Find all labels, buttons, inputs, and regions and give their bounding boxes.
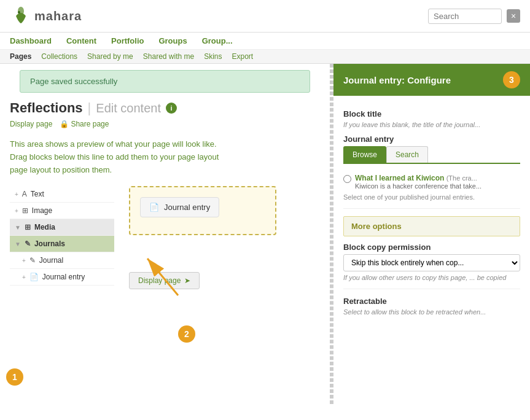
block-image-label: Image [32, 206, 52, 215]
left-panel: Page saved successfully Reflections | Ed… [0, 64, 332, 404]
blocks-sidebar: + A Text + ⊞ Image ▼ ⊞ Media ▼ ✎ Jou [10, 186, 114, 289]
lock-icon: 🔒 [60, 120, 69, 128]
nav-groups2[interactable]: Group... [202, 36, 233, 45]
block-area: + A Text + ⊞ Image ▼ ⊞ Media ▼ ✎ Jou [10, 186, 320, 289]
right-panel: Journal entry: Configure 3 Block title I… [332, 64, 530, 404]
journal-entry-title: What I learned at Kiwicon [355, 174, 444, 182]
block-copy-label: Block copy permission [343, 243, 520, 252]
page-title-row: Reflections | Edit content i [10, 100, 320, 116]
edit-content-label: Edit content [96, 101, 161, 115]
close-button[interactable]: × [507, 9, 520, 23]
subnav-shared-with-me[interactable]: Shared with me [143, 52, 194, 61]
block-journal-label: Journal [39, 256, 63, 265]
mahara-logo-icon [10, 5, 32, 27]
right-panel-header: Journal entry: Configure 3 [333, 64, 530, 96]
svg-line-3 [147, 259, 178, 295]
block-journal[interactable]: + ✎ Journal [10, 252, 114, 269]
block-journal-entry-label: Journal entry [42, 273, 85, 281]
orange-arrow [141, 252, 190, 301]
tab-search[interactable]: Search [386, 146, 428, 163]
share-page-link[interactable]: 🔒 Share page [60, 120, 109, 128]
tab-browse[interactable]: Browse [343, 146, 386, 163]
block-text-label: Text [31, 190, 44, 198]
step-badge-2: 2 [178, 325, 195, 343]
subnav-skins[interactable]: Skins [204, 52, 222, 61]
step-badge-3: 3 [503, 71, 520, 88]
title-separator: | [88, 100, 92, 116]
block-image[interactable]: + ⊞ Image [10, 203, 114, 219]
display-page-link[interactable]: Display page [10, 120, 52, 128]
retractable-label: Retractable [343, 297, 520, 306]
subnav-collections[interactable]: Collections [41, 52, 77, 61]
top-bar: mahara × [0, 0, 530, 33]
journal-entry-block[interactable]: 📄 Journal entry [140, 197, 219, 217]
divider-1 [343, 208, 520, 209]
journal-entry-detail: Kiwicon is a hacker conference that take… [355, 182, 481, 190]
block-title-label: Block title [343, 109, 520, 119]
subnav-export[interactable]: Export [232, 52, 254, 61]
page-title: Reflections [10, 100, 83, 116]
media-icon: ⊞ [25, 223, 31, 231]
image-icon: ⊞ [22, 206, 28, 215]
drag-handle-media: ▼ [15, 224, 21, 231]
right-panel-title: Journal entry: Configure [343, 75, 451, 85]
block-title-hint: If you leave this blank, the title of th… [343, 121, 520, 128]
retractable-hint: Select to allow this block to be retract… [343, 308, 520, 316]
journal-entry-subtitle: (The cra... [446, 174, 477, 182]
drag-handle-journal: + [22, 257, 26, 264]
drag-handle-image: + [15, 208, 18, 214]
success-banner: Page saved successfully [20, 70, 310, 93]
block-media[interactable]: ▼ ⊞ Media [10, 219, 114, 236]
journal-entry-block-icon: 📄 [149, 203, 159, 212]
subnav-pages[interactable]: Pages [10, 52, 31, 61]
svg-point-1 [18, 11, 20, 14]
drag-handle-journal-entry: + [22, 274, 26, 281]
subnav-shared-by-me[interactable]: Shared by me [87, 52, 133, 61]
nav-groups[interactable]: Groups [158, 36, 187, 45]
select-hint: Select one of your published journal ent… [343, 193, 520, 201]
journal-icon: ✎ [29, 256, 36, 265]
nav-dashboard[interactable]: Dashboard [10, 36, 52, 45]
block-journals-label: Journals [34, 239, 65, 248]
preview-line-2: Drag blocks below this line to add them … [10, 151, 320, 164]
main-nav: Dashboard Content Portfolio Groups Group… [0, 33, 530, 50]
preview-line-1: This area shows a preview of what your p… [10, 138, 320, 151]
right-panel-body: Block title If you leave this blank, the… [333, 96, 530, 323]
journal-radio-option: What I learned at Kiwicon (The cra... Ki… [343, 170, 520, 193]
drag-handle-journals: ▼ [15, 241, 21, 247]
journal-entry-sidebar-icon: 📄 [29, 273, 39, 281]
preview-line-3: page layout to position them. [10, 164, 320, 177]
block-journal-entry[interactable]: + 📄 Journal entry [10, 269, 114, 286]
page-actions: Display page 🔒 Share page [10, 120, 320, 128]
page-content: Page saved successfully Reflections | Ed… [0, 64, 530, 404]
info-icon[interactable]: i [166, 103, 177, 114]
block-media-label: Media [34, 223, 55, 231]
journal-tabs: Browse Search [343, 146, 520, 164]
journal-radio-input[interactable] [343, 175, 351, 183]
divider-2 [343, 289, 520, 289]
more-options-header[interactable]: More options [343, 216, 520, 236]
block-copy-hint: If you allow other users to copy this pa… [343, 274, 520, 281]
nav-portfolio[interactable]: Portfolio [111, 36, 144, 45]
block-journals[interactable]: ▼ ✎ Journals [10, 236, 114, 252]
share-page-label: Share page [71, 120, 109, 128]
drop-zone[interactable]: 📄 Journal entry [129, 186, 276, 235]
journal-entry-block-label: Journal entry [164, 203, 210, 212]
block-text[interactable]: + A Text [10, 186, 114, 203]
logo: mahara [10, 5, 82, 27]
journal-entry-field-label: Journal entry [343, 134, 520, 144]
sub-nav: Pages Collections Shared by me Shared wi… [0, 50, 530, 64]
journals-icon: ✎ [25, 239, 31, 248]
step-badge-1: 1 [6, 368, 23, 386]
preview-text: This area shows a preview of what your p… [10, 138, 320, 176]
text-icon: A [22, 190, 27, 198]
logo-text: mahara [34, 9, 82, 23]
drag-handle-text: + [15, 191, 18, 198]
nav-content[interactable]: Content [66, 36, 96, 45]
search-input[interactable] [428, 9, 502, 24]
block-copy-select[interactable]: Skip this block entirely when cop... [343, 254, 520, 271]
